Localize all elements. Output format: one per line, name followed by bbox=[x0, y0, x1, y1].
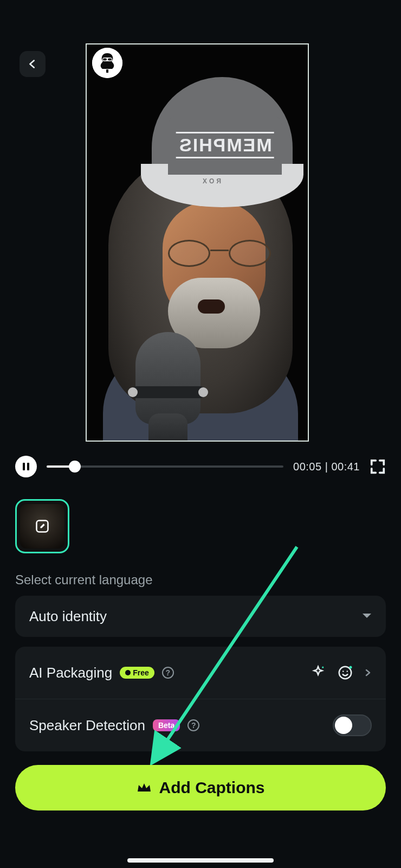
fullscreen-button[interactable] bbox=[370, 458, 386, 475]
svg-point-7 bbox=[342, 671, 344, 672]
clip-thumbnail[interactable] bbox=[15, 499, 69, 553]
seek-slider[interactable] bbox=[47, 460, 283, 473]
language-dropdown[interactable]: Auto identity bbox=[15, 596, 386, 637]
speaker-detection-toggle[interactable] bbox=[333, 714, 372, 736]
speaker-detection-title: Speaker Detection bbox=[29, 717, 145, 734]
chevron-left-icon bbox=[27, 58, 38, 70]
pause-icon bbox=[23, 463, 29, 470]
pause-button[interactable] bbox=[15, 456, 37, 477]
cap-sub-label: ROX bbox=[200, 177, 221, 185]
face-emoji-icon[interactable] bbox=[337, 665, 353, 681]
help-icon[interactable]: ? bbox=[162, 667, 174, 679]
cap-label: MEMPHIS bbox=[176, 132, 274, 158]
add-captions-button[interactable]: Add Captions bbox=[15, 765, 386, 810]
svg-rect-3 bbox=[108, 59, 112, 61]
svg-point-9 bbox=[350, 666, 352, 669]
current-time: 00:05 bbox=[293, 461, 322, 473]
language-label: Select current language bbox=[15, 572, 153, 588]
svg-point-6 bbox=[339, 667, 352, 679]
speaker-detection-row: Speaker Detection Beta ? bbox=[15, 699, 386, 751]
video-frame-content: MEMPHIS ROX bbox=[87, 44, 308, 441]
back-button[interactable] bbox=[20, 51, 46, 77]
home-indicator bbox=[127, 858, 274, 863]
time-display: 00:05 | 00:41 bbox=[293, 461, 360, 473]
add-captions-label: Add Captions bbox=[159, 778, 265, 797]
channel-avatar[interactable] bbox=[92, 48, 122, 78]
options-panel: AI Packaging Free ? Speaker Detection Be… bbox=[15, 647, 386, 751]
duration: 00:41 bbox=[331, 461, 360, 473]
svg-point-8 bbox=[347, 671, 348, 672]
video-preview[interactable]: MEMPHIS ROX bbox=[86, 43, 309, 442]
free-badge: Free bbox=[120, 667, 154, 679]
language-selected: Auto identity bbox=[29, 608, 107, 625]
ai-packaging-row[interactable]: AI Packaging Free ? bbox=[15, 647, 386, 699]
help-icon[interactable]: ? bbox=[187, 719, 199, 731]
edit-icon bbox=[35, 519, 50, 534]
crown-icon bbox=[137, 782, 152, 794]
player-controls: 00:05 | 00:41 bbox=[15, 455, 386, 478]
sparkle-icon[interactable] bbox=[310, 665, 326, 681]
chevron-right-icon[interactable] bbox=[364, 669, 372, 676]
fullscreen-icon bbox=[370, 458, 386, 475]
chevron-down-icon bbox=[362, 611, 372, 621]
avatar-icon bbox=[92, 48, 122, 78]
ai-packaging-title: AI Packaging bbox=[29, 665, 112, 681]
svg-point-5 bbox=[322, 666, 324, 668]
svg-rect-2 bbox=[103, 59, 107, 61]
beta-badge: Beta bbox=[153, 719, 180, 731]
